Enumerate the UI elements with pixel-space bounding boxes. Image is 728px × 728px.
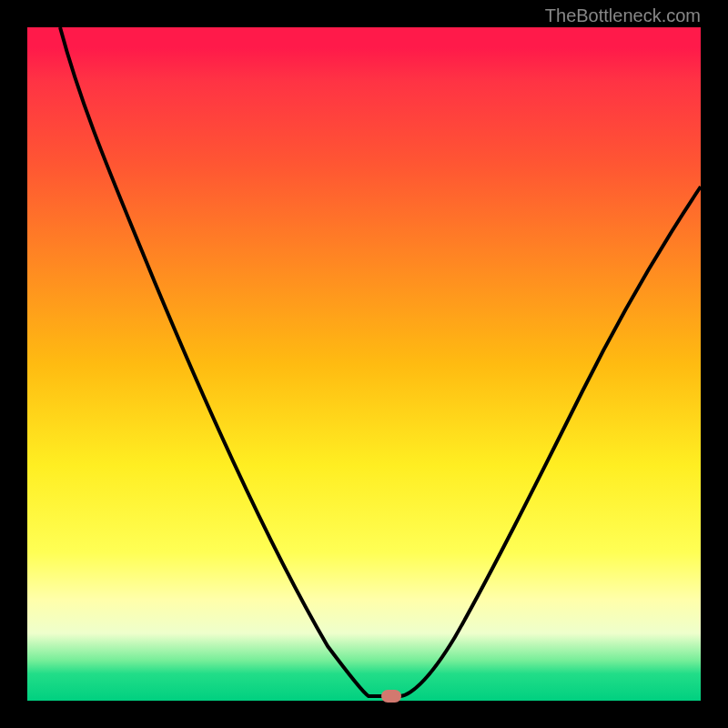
- bottleneck-curve: [27, 27, 701, 701]
- chart-container: TheBottleneck.com: [0, 0, 728, 728]
- plot-area: [27, 27, 701, 701]
- curve-path: [60, 27, 701, 696]
- watermark-text: TheBottleneck.com: [545, 5, 701, 26]
- optimal-point-marker: [381, 690, 401, 703]
